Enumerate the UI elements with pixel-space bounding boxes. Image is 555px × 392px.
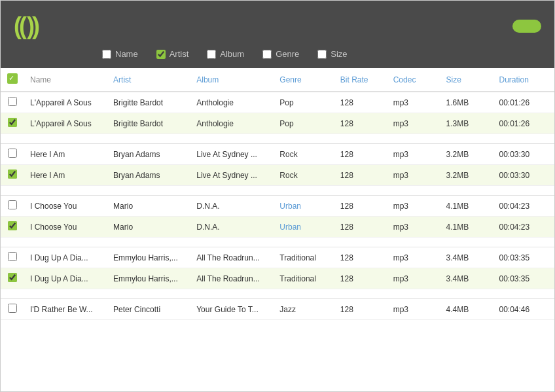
row-size: 1.6MB: [441, 92, 494, 113]
row-checkbox[interactable]: [8, 149, 17, 158]
checkbox-name-label[interactable]: Name: [115, 49, 138, 59]
checkbox-size: Size: [317, 49, 347, 59]
main-window: (( )) Name Artist Album Genre Size: [0, 0, 555, 392]
row-bitrate: 128: [335, 299, 388, 320]
checkbox-genre-input[interactable]: [262, 50, 272, 59]
table-row: I'D Rather Be W...Peter CincottiYour Gui…: [1, 299, 554, 320]
row-genre: Rock: [274, 144, 334, 165]
row-album: D.N.A.: [191, 217, 274, 238]
row-name: Here I Am: [25, 165, 108, 186]
row-album: Anthologie: [191, 113, 274, 134]
col-codec-header: Codec: [388, 68, 441, 92]
row-codec: mp3: [388, 247, 441, 268]
row-name: L'Appareil A Sous: [25, 113, 108, 134]
row-name: I'D Rather Be W...: [25, 299, 108, 320]
column-checkboxes-row: Name Artist Album Genre Size: [1, 49, 554, 68]
row-artist: Brigitte Bardot: [108, 113, 191, 134]
checkbox-album-input[interactable]: [207, 50, 216, 59]
row-artist: Peter Cincotti: [108, 299, 191, 320]
row-bitrate: 128: [335, 113, 388, 134]
row-duration: 00:03:30: [493, 144, 554, 165]
row-bitrate: 128: [335, 144, 388, 165]
table-row: L'Appareil A SousBrigitte BardotAntholog…: [1, 92, 554, 113]
row-artist: Emmylou Harris,...: [108, 247, 191, 268]
table-row: Here I AmBryan AdamsLive At Sydney ...Ro…: [1, 165, 554, 186]
row-name: I Choose You: [25, 196, 108, 217]
header-checkbox-col: [1, 68, 25, 92]
row-checkbox[interactable]: [8, 118, 17, 127]
row-bitrate: 128: [335, 196, 388, 217]
row-codec: mp3: [388, 165, 441, 186]
select-all-icon[interactable]: [7, 73, 18, 84]
row-size: 4.1MB: [441, 196, 494, 217]
row-checkbox[interactable]: [8, 200, 17, 209]
row-name: I Dug Up A Dia...: [25, 247, 108, 268]
row-codec: mp3: [388, 268, 441, 289]
col-genre-header: Genre: [274, 68, 334, 92]
checkbox-genre-label[interactable]: Genre: [276, 49, 299, 59]
checkbox-artist-label[interactable]: Artist: [170, 49, 189, 59]
row-duration: 00:03:35: [493, 247, 554, 268]
checkbox-size-label[interactable]: Size: [331, 49, 347, 59]
row-album: D.N.A.: [191, 196, 274, 217]
row-checkbox[interactable]: [8, 304, 17, 313]
checkbox-album-label[interactable]: Album: [220, 49, 244, 59]
table-body: L'Appareil A SousBrigitte BardotAntholog…: [1, 92, 554, 320]
row-size: 3.2MB: [441, 165, 494, 186]
row-checkbox-cell: [1, 196, 25, 217]
row-genre: Pop: [274, 92, 334, 113]
row-bitrate: 128: [335, 268, 388, 289]
col-duration-header: Duration: [493, 68, 554, 92]
checkbox-name-input[interactable]: [102, 50, 111, 59]
row-album: Live At Sydney ...: [191, 165, 274, 186]
row-size: 3.4MB: [441, 268, 494, 289]
row-checkbox-cell: [1, 165, 25, 186]
logo: (( )): [14, 12, 79, 40]
row-genre: Traditional: [274, 268, 334, 289]
table-row: I Dug Up A Dia...Emmylou Harris,...All T…: [1, 247, 554, 268]
checkbox-album: Album: [207, 49, 244, 59]
row-genre: Rock: [274, 165, 334, 186]
delete-duplicates-button[interactable]: [512, 20, 541, 33]
row-artist: Bryan Adams: [108, 144, 191, 165]
row-duration: 00:04:23: [493, 217, 554, 238]
row-name: L'Appareil A Sous: [25, 92, 108, 113]
duplicates-table: Name Artist Album Genre Bit Rate Codec S…: [1, 68, 554, 320]
table-row: L'Appareil A SousBrigitte BardotAntholog…: [1, 113, 554, 134]
group-spacer: [1, 238, 554, 247]
checkbox-artist-input[interactable]: [156, 50, 166, 59]
checkbox-genre: Genre: [262, 49, 299, 59]
row-album: Your Guide To T...: [191, 299, 274, 320]
row-genre: Urban: [274, 196, 334, 217]
row-bitrate: 128: [335, 165, 388, 186]
row-name: I Dug Up A Dia...: [25, 268, 108, 289]
row-genre: Urban: [274, 217, 334, 238]
row-checkbox-cell: [1, 299, 25, 320]
row-size: 4.4MB: [441, 299, 494, 320]
row-codec: mp3: [388, 113, 441, 134]
row-checkbox-cell: [1, 247, 25, 268]
row-checkbox[interactable]: [8, 97, 17, 106]
row-checkbox-cell: [1, 144, 25, 165]
row-checkbox[interactable]: [8, 221, 17, 230]
row-name: I Choose You: [25, 217, 108, 238]
row-album: All The Roadrun...: [191, 268, 274, 289]
row-checkbox[interactable]: [8, 273, 17, 282]
col-album-header: Album: [191, 68, 274, 92]
row-checkbox[interactable]: [8, 252, 17, 261]
row-checkbox[interactable]: [8, 169, 17, 179]
row-bitrate: 128: [335, 217, 388, 238]
logo-left-paren: ((: [14, 12, 24, 40]
group-spacer: [1, 186, 554, 196]
row-duration: 00:03:30: [493, 165, 554, 186]
row-artist: Emmylou Harris,...: [108, 268, 191, 289]
header: (( )): [1, 1, 554, 49]
table-row: I Dug Up A Dia...Emmylou Harris,...All T…: [1, 268, 554, 289]
row-checkbox-cell: [1, 92, 25, 113]
row-artist: Bryan Adams: [108, 165, 191, 186]
table-header: Name Artist Album Genre Bit Rate Codec S…: [1, 68, 554, 92]
checkbox-size-input[interactable]: [317, 50, 327, 59]
table-row: I Choose YouMarioD.N.A.Urban128mp34.1MB0…: [1, 196, 554, 217]
table-container: Name Artist Album Genre Bit Rate Codec S…: [1, 68, 554, 391]
row-codec: mp3: [388, 92, 441, 113]
